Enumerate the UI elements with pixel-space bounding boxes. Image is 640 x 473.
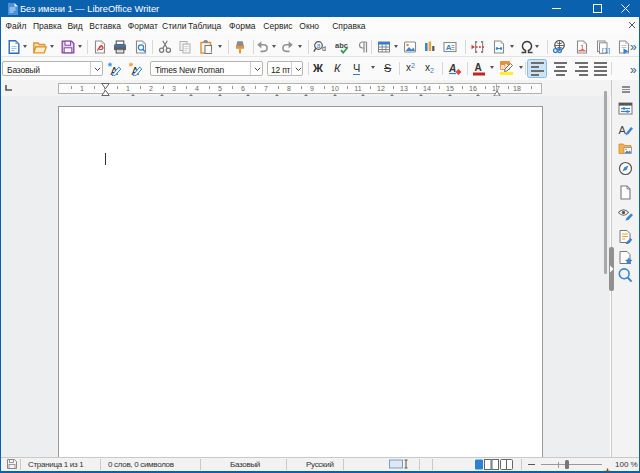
svg-text:A: A <box>619 124 627 136</box>
svg-text:A: A <box>448 63 456 74</box>
svg-text:1: 1 <box>580 42 584 51</box>
svg-text:[1]: [1] <box>602 45 610 53</box>
svg-text:d: d <box>322 44 326 51</box>
svg-text:a: a <box>317 41 321 48</box>
svg-text:A: A <box>446 42 452 51</box>
svg-text:A: A <box>475 62 482 73</box>
